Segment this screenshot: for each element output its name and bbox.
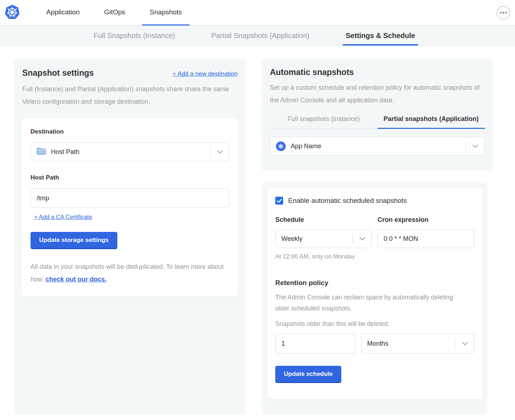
folder-icon xyxy=(37,147,46,157)
retention-unit-select[interactable]: Months xyxy=(361,333,474,354)
chevron-down-icon xyxy=(353,230,371,248)
retention-value-input[interactable] xyxy=(275,333,355,354)
host-path-label: Host Path xyxy=(31,174,229,181)
snapshot-settings-title: Snapshot settings xyxy=(22,68,94,78)
snapshot-settings-card: Snapshot settings + Add a new destinatio… xyxy=(14,59,245,415)
snapshot-settings-description: Full (Instance) and Partial (Application… xyxy=(22,83,232,108)
retention-policy-description: The Admin Console can reclaim space by a… xyxy=(275,292,464,314)
app-logo[interactable] xyxy=(4,0,20,25)
retention-policy-title: Retention policy xyxy=(275,279,474,287)
destination-label: Destination xyxy=(31,128,64,135)
host-path-input[interactable] xyxy=(31,188,229,208)
chevron-down-icon xyxy=(466,137,484,155)
cron-human-readable: At 12:00 AM, only on Monday xyxy=(275,253,474,260)
tab-full-snapshots-instance[interactable]: Full snapshots (Instance) xyxy=(270,115,378,128)
chevron-down-icon xyxy=(455,334,474,353)
storage-settings-panel: Destination Host Path Host Path xyxy=(22,118,238,297)
subnav-tab-partial-snapshots[interactable]: Partial Snapshots (Application) xyxy=(209,26,312,45)
schedule-interval-value: Weekly xyxy=(281,235,303,243)
cron-expression-label: Cron expression xyxy=(378,216,474,224)
kubernetes-app-icon xyxy=(276,141,286,151)
update-storage-settings-button[interactable]: Update storage settings xyxy=(31,232,117,249)
schedule-label: Schedule xyxy=(275,216,372,224)
schedule-panel: Enable automatic scheduled snapshots Sch… xyxy=(267,187,482,399)
retention-unit-value: Months xyxy=(367,340,388,347)
automatic-snapshots-title: Automatic snapshots xyxy=(270,67,485,77)
top-navbar: Application GitOps Snapshots xyxy=(0,0,515,25)
ellipsis-menu-button[interactable] xyxy=(497,6,510,19)
destination-select-value: Host Path xyxy=(51,148,79,156)
topnav-tabs: Application GitOps Snapshots xyxy=(39,0,189,25)
topnav-tab-snapshots[interactable]: Snapshots xyxy=(142,0,189,25)
docs-link[interactable]: check out our docs. xyxy=(46,276,107,283)
chevron-down-icon xyxy=(210,143,229,161)
topnav-tab-gitops[interactable]: GitOps xyxy=(97,0,133,25)
update-schedule-button[interactable]: Update schedule xyxy=(275,366,341,383)
cron-expression-input[interactable] xyxy=(378,229,474,248)
automatic-snapshots-tabs: Full snapshots (Instance) Partial snapsh… xyxy=(270,115,485,129)
enable-snapshots-checkbox-row[interactable]: Enable automatic scheduled snapshots xyxy=(275,197,474,205)
app-select[interactable]: App Name xyxy=(270,137,485,155)
schedule-card: Enable automatic scheduled snapshots Sch… xyxy=(262,182,487,415)
subnav-tab-full-snapshots[interactable]: Full Snapshots (Instance) xyxy=(91,26,178,45)
add-new-destination-link[interactable]: + Add a new destination xyxy=(173,70,238,78)
retention-hint: Snapshots older than this will be delete… xyxy=(275,320,474,328)
automatic-snapshots-description: Set up a custom schedule and retention p… xyxy=(270,81,482,107)
app-select-value: App Name xyxy=(291,143,321,150)
snapshots-subnav: Full Snapshots (Instance) Partial Snapsh… xyxy=(0,25,515,46)
add-ca-certificate-link[interactable]: + Add a CA Certificate xyxy=(34,214,92,220)
subnav-tab-settings-schedule[interactable]: Settings & Schedule xyxy=(343,26,418,45)
enable-snapshots-label: Enable automatic scheduled snapshots xyxy=(288,197,407,205)
ellipsis-icon xyxy=(500,12,502,14)
dedupe-note: All data in your snapshots will be dedup… xyxy=(31,261,229,286)
kubernetes-logo-icon xyxy=(4,4,20,22)
automatic-snapshots-card: Automatic snapshots Set up a custom sche… xyxy=(262,59,493,171)
destination-select[interactable]: Host Path xyxy=(31,143,229,161)
main-content: Snapshot settings + Add a new destinatio… xyxy=(0,46,515,415)
checkbox-checked-icon[interactable] xyxy=(275,197,283,205)
topnav-tab-application[interactable]: Application xyxy=(39,0,87,25)
tab-partial-snapshots-application[interactable]: Partial snapshots (Application) xyxy=(378,115,485,128)
schedule-interval-select[interactable]: Weekly xyxy=(275,229,372,248)
